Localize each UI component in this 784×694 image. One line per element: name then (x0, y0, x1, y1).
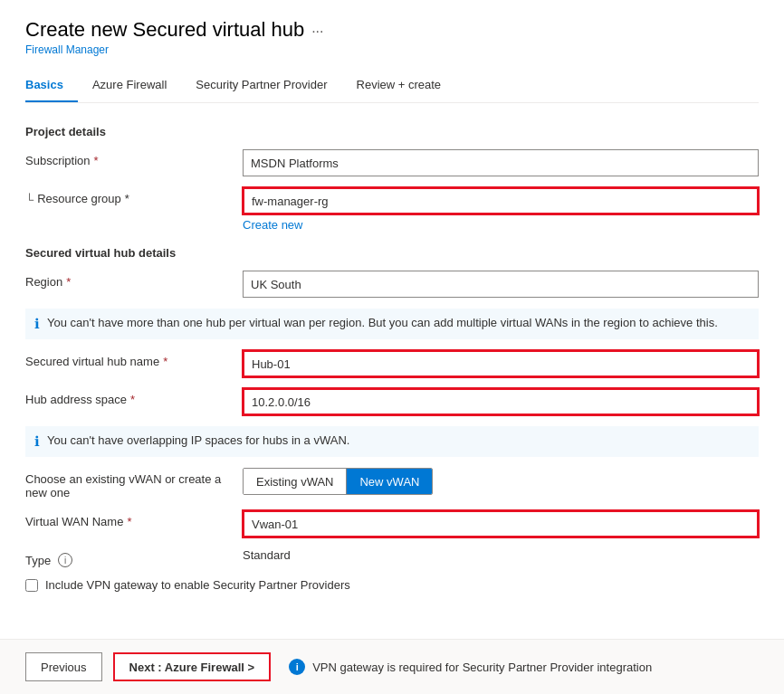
tab-basics[interactable]: Basics (25, 71, 78, 102)
ellipsis-menu[interactable]: ··· (311, 24, 323, 40)
resource-group-indent: └ Resource group * (25, 187, 243, 208)
page-subtitle: Firewall Manager (25, 43, 759, 56)
type-value: Standard (243, 544, 291, 562)
region-control (243, 271, 759, 298)
vwan-toggle-control: Existing vWAN New vWAN (243, 468, 759, 495)
previous-button[interactable]: Previous (25, 652, 102, 681)
existing-vwan-btn[interactable]: Existing vWAN (244, 469, 346, 494)
subscription-control (243, 149, 759, 176)
vpn-checkbox-label: Include VPN gateway to enable Security P… (45, 578, 350, 592)
vwan-toggle-row: Choose an existing vWAN or create a new … (25, 468, 759, 499)
hub-address-control (243, 388, 759, 415)
vwan-name-control (243, 510, 759, 537)
footer-info-text: VPN gateway is required for Security Par… (312, 661, 652, 674)
footer: Previous Next : Azure Firewall > i VPN g… (0, 639, 784, 694)
subscription-row: Subscription * (25, 149, 759, 176)
hub-address-row: Hub address space * (25, 388, 759, 415)
vwan-toggle-group: Existing vWAN New vWAN (243, 468, 433, 495)
info-icon-region: ℹ (34, 316, 40, 332)
resource-group-label: Resource group * (37, 192, 129, 205)
next-button[interactable]: Next : Azure Firewall > (113, 652, 272, 681)
indent-symbol: └ (25, 192, 33, 208)
footer-info-icon: i (289, 659, 305, 675)
region-label: Region * (25, 271, 243, 289)
page-container: Create new Secured virtual hub ··· Firew… (0, 0, 784, 694)
hub-name-required: * (163, 355, 167, 368)
type-tooltip-icon[interactable]: i (58, 553, 72, 567)
resource-group-input[interactable] (243, 187, 759, 214)
type-label: Type i (25, 548, 243, 567)
hub-address-required: * (130, 393, 135, 406)
vwan-name-input[interactable] (243, 510, 759, 537)
vpn-gateway-checkbox[interactable] (25, 579, 38, 592)
hub-name-label: Secured virtual hub name * (25, 350, 243, 368)
vpn-checkbox-row: Include VPN gateway to enable Security P… (25, 578, 759, 592)
main-content: Create new Secured virtual hub ··· Firew… (0, 0, 784, 639)
hub-address-label: Hub address space * (25, 388, 243, 406)
subscription-required: * (94, 154, 99, 167)
resource-group-control: Create new (243, 187, 759, 232)
project-details-heading: Project details (25, 125, 759, 138)
hub-name-input[interactable] (243, 350, 759, 377)
new-vwan-btn[interactable]: New vWAN (347, 469, 432, 494)
overlap-info-banner: ℹ You can't have overlapping IP spaces f… (25, 426, 759, 457)
type-row: Type i Standard (25, 548, 759, 567)
create-new-link[interactable]: Create new (243, 218, 302, 232)
region-info-text: You can't have more than one hub per vir… (47, 316, 718, 329)
subscription-input[interactable] (243, 149, 759, 176)
vwan-toggle-label: Choose an existing vWAN or create a new … (25, 468, 243, 499)
region-info-banner: ℹ You can't have more than one hub per v… (25, 309, 759, 339)
vwan-name-row: Virtual WAN Name * (25, 510, 759, 537)
hub-details-heading: Secured virtual hub details (25, 246, 759, 260)
tab-security-partner[interactable]: Security Partner Provider (196, 71, 341, 102)
overlap-info-text: You can't have overlapping IP spaces for… (47, 433, 349, 447)
info-icon-overlap: ℹ (34, 433, 40, 450)
hub-name-row: Secured virtual hub name * (25, 350, 759, 377)
vwan-name-required: * (127, 515, 131, 528)
region-required: * (66, 275, 71, 289)
vwan-name-label: Virtual WAN Name * (25, 510, 243, 528)
region-input[interactable] (243, 271, 759, 298)
tab-azure-firewall[interactable]: Azure Firewall (92, 71, 181, 102)
rg-required: * (125, 192, 129, 205)
footer-info: i VPN gateway is required for Security P… (289, 659, 652, 675)
hub-name-control (243, 350, 759, 377)
subscription-label: Subscription * (25, 149, 243, 167)
tabs-container: Basics Azure Firewall Security Partner P… (25, 71, 759, 103)
tab-review-create[interactable]: Review + create (357, 71, 456, 102)
type-control: Standard (243, 548, 759, 562)
page-title: Create new Secured virtual hub (25, 18, 304, 42)
region-row: Region * (25, 271, 759, 298)
hub-address-input[interactable] (243, 388, 759, 415)
resource-group-row: └ Resource group * Create new (25, 187, 759, 232)
